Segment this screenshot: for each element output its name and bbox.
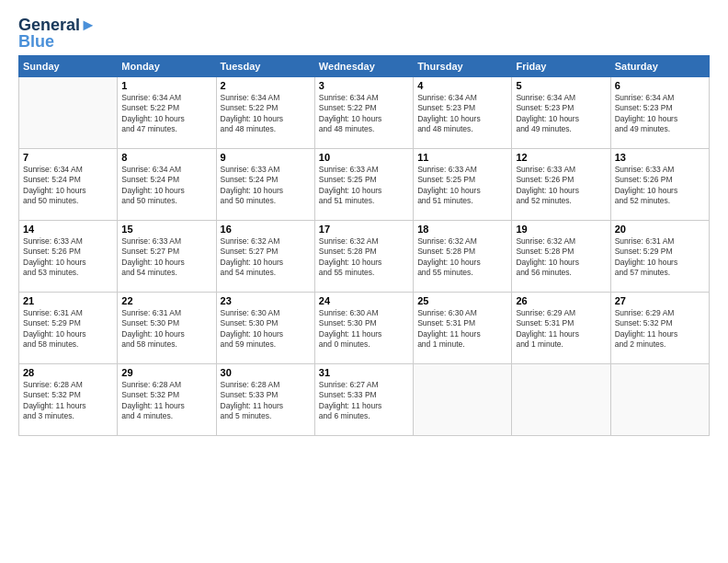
calendar-cell: 15Sunrise: 6:33 AM Sunset: 5:27 PM Dayli… xyxy=(118,221,216,293)
day-info: Sunrise: 6:30 AM Sunset: 5:30 PM Dayligh… xyxy=(221,308,311,350)
weekday-header: Tuesday xyxy=(216,56,314,77)
calendar-cell xyxy=(414,364,512,436)
day-info: Sunrise: 6:31 AM Sunset: 5:29 PM Dayligh… xyxy=(615,236,705,279)
calendar-cell: 26Sunrise: 6:29 AM Sunset: 5:31 PM Dayli… xyxy=(512,293,610,364)
day-number: 14 xyxy=(23,224,113,235)
calendar-cell: 17Sunrise: 6:32 AM Sunset: 5:28 PM Dayli… xyxy=(314,221,413,293)
day-info: Sunrise: 6:34 AM Sunset: 5:22 PM Dayligh… xyxy=(121,93,211,135)
day-number: 10 xyxy=(319,152,409,163)
calendar-cell: 9Sunrise: 6:33 AM Sunset: 5:24 PM Daylig… xyxy=(216,149,314,221)
calendar-cell: 23Sunrise: 6:30 AM Sunset: 5:30 PM Dayli… xyxy=(216,293,314,364)
calendar-cell: 13Sunrise: 6:33 AM Sunset: 5:26 PM Dayli… xyxy=(610,149,709,221)
calendar-cell: 20Sunrise: 6:31 AM Sunset: 5:29 PM Dayli… xyxy=(610,221,709,293)
day-number: 11 xyxy=(417,152,507,163)
day-info: Sunrise: 6:33 AM Sunset: 5:26 PM Dayligh… xyxy=(23,236,113,279)
calendar-cell: 12Sunrise: 6:33 AM Sunset: 5:26 PM Dayli… xyxy=(512,149,610,221)
calendar-cell: 29Sunrise: 6:28 AM Sunset: 5:32 PM Dayli… xyxy=(118,364,216,436)
day-number: 8 xyxy=(121,152,211,163)
day-info: Sunrise: 6:33 AM Sunset: 5:26 PM Dayligh… xyxy=(615,165,705,207)
day-number: 25 xyxy=(417,295,507,306)
calendar-cell: 14Sunrise: 6:33 AM Sunset: 5:26 PM Dayli… xyxy=(19,221,118,293)
calendar-cell: 10Sunrise: 6:33 AM Sunset: 5:25 PM Dayli… xyxy=(314,149,413,221)
day-number: 9 xyxy=(221,152,311,163)
day-info: Sunrise: 6:32 AM Sunset: 5:28 PM Dayligh… xyxy=(417,236,507,279)
calendar-cell: 22Sunrise: 6:31 AM Sunset: 5:30 PM Dayli… xyxy=(118,293,216,364)
day-number: 17 xyxy=(319,224,409,235)
day-number: 26 xyxy=(516,295,606,306)
day-info: Sunrise: 6:28 AM Sunset: 5:32 PM Dayligh… xyxy=(121,380,211,422)
calendar-cell: 18Sunrise: 6:32 AM Sunset: 5:28 PM Dayli… xyxy=(414,221,512,293)
day-info: Sunrise: 6:33 AM Sunset: 5:26 PM Dayligh… xyxy=(516,165,606,207)
day-info: Sunrise: 6:34 AM Sunset: 5:23 PM Dayligh… xyxy=(615,93,705,135)
calendar-cell: 28Sunrise: 6:28 AM Sunset: 5:32 PM Dayli… xyxy=(19,364,118,436)
day-number: 23 xyxy=(221,295,311,306)
weekday-header: Sunday xyxy=(19,56,118,77)
day-info: Sunrise: 6:31 AM Sunset: 5:29 PM Dayligh… xyxy=(23,308,113,350)
day-number: 4 xyxy=(417,80,507,91)
day-info: Sunrise: 6:32 AM Sunset: 5:28 PM Dayligh… xyxy=(516,236,606,279)
calendar-cell: 5Sunrise: 6:34 AM Sunset: 5:23 PM Daylig… xyxy=(512,77,610,149)
day-number: 22 xyxy=(121,295,211,306)
day-number: 2 xyxy=(221,80,311,91)
calendar-cell xyxy=(19,77,118,149)
calendar-cell: 21Sunrise: 6:31 AM Sunset: 5:29 PM Dayli… xyxy=(19,293,118,364)
day-number: 20 xyxy=(615,224,705,235)
day-info: Sunrise: 6:33 AM Sunset: 5:27 PM Dayligh… xyxy=(121,236,211,279)
weekday-header: Thursday xyxy=(414,56,512,77)
day-number: 18 xyxy=(417,224,507,235)
day-info: Sunrise: 6:34 AM Sunset: 5:22 PM Dayligh… xyxy=(319,93,409,135)
day-info: Sunrise: 6:34 AM Sunset: 5:24 PM Dayligh… xyxy=(23,165,113,207)
day-number: 12 xyxy=(516,152,606,163)
day-info: Sunrise: 6:33 AM Sunset: 5:25 PM Dayligh… xyxy=(319,165,409,207)
day-info: Sunrise: 6:34 AM Sunset: 5:24 PM Dayligh… xyxy=(121,165,211,207)
weekday-header: Friday xyxy=(512,56,610,77)
day-info: Sunrise: 6:30 AM Sunset: 5:31 PM Dayligh… xyxy=(417,308,507,350)
day-info: Sunrise: 6:29 AM Sunset: 5:31 PM Dayligh… xyxy=(516,308,606,350)
calendar-cell: 19Sunrise: 6:32 AM Sunset: 5:28 PM Dayli… xyxy=(512,221,610,293)
day-number: 28 xyxy=(23,367,113,378)
day-info: Sunrise: 6:30 AM Sunset: 5:30 PM Dayligh… xyxy=(319,308,409,350)
day-info: Sunrise: 6:31 AM Sunset: 5:30 PM Dayligh… xyxy=(121,308,211,350)
day-info: Sunrise: 6:28 AM Sunset: 5:33 PM Dayligh… xyxy=(221,380,311,422)
day-info: Sunrise: 6:33 AM Sunset: 5:24 PM Dayligh… xyxy=(221,165,311,207)
day-number: 19 xyxy=(516,224,606,235)
day-number: 27 xyxy=(615,295,705,306)
day-number: 29 xyxy=(121,367,211,378)
day-info: Sunrise: 6:32 AM Sunset: 5:28 PM Dayligh… xyxy=(319,236,409,279)
calendar-cell: 4Sunrise: 6:34 AM Sunset: 5:23 PM Daylig… xyxy=(414,77,512,149)
day-number: 13 xyxy=(615,152,705,163)
day-number: 30 xyxy=(221,367,311,378)
calendar-cell: 8Sunrise: 6:34 AM Sunset: 5:24 PM Daylig… xyxy=(118,149,216,221)
calendar-cell: 3Sunrise: 6:34 AM Sunset: 5:22 PM Daylig… xyxy=(314,77,413,149)
calendar-cell: 7Sunrise: 6:34 AM Sunset: 5:24 PM Daylig… xyxy=(19,149,118,221)
calendar: SundayMondayTuesdayWednesdayThursdayFrid… xyxy=(18,55,710,436)
calendar-cell: 2Sunrise: 6:34 AM Sunset: 5:22 PM Daylig… xyxy=(216,77,314,149)
day-number: 21 xyxy=(23,295,113,306)
calendar-cell: 16Sunrise: 6:32 AM Sunset: 5:27 PM Dayli… xyxy=(216,221,314,293)
day-number: 5 xyxy=(516,80,606,91)
weekday-header: Monday xyxy=(118,56,216,77)
calendar-cell: 6Sunrise: 6:34 AM Sunset: 5:23 PM Daylig… xyxy=(610,77,709,149)
day-number: 31 xyxy=(319,367,409,378)
day-number: 6 xyxy=(615,80,705,91)
weekday-header: Wednesday xyxy=(314,56,413,77)
calendar-cell: 1Sunrise: 6:34 AM Sunset: 5:22 PM Daylig… xyxy=(118,77,216,149)
day-info: Sunrise: 6:34 AM Sunset: 5:23 PM Dayligh… xyxy=(417,93,507,135)
calendar-cell: 25Sunrise: 6:30 AM Sunset: 5:31 PM Dayli… xyxy=(414,293,512,364)
day-info: Sunrise: 6:34 AM Sunset: 5:22 PM Dayligh… xyxy=(221,93,311,135)
calendar-cell xyxy=(610,364,709,436)
day-info: Sunrise: 6:27 AM Sunset: 5:33 PM Dayligh… xyxy=(319,380,409,422)
calendar-cell: 31Sunrise: 6:27 AM Sunset: 5:33 PM Dayli… xyxy=(314,364,413,436)
day-info: Sunrise: 6:28 AM Sunset: 5:32 PM Dayligh… xyxy=(23,380,113,422)
calendar-cell: 24Sunrise: 6:30 AM Sunset: 5:30 PM Dayli… xyxy=(314,293,413,364)
calendar-cell xyxy=(512,364,610,436)
weekday-header: Saturday xyxy=(610,56,709,77)
day-number: 16 xyxy=(221,224,311,235)
calendar-cell: 11Sunrise: 6:33 AM Sunset: 5:25 PM Dayli… xyxy=(414,149,512,221)
day-info: Sunrise: 6:33 AM Sunset: 5:25 PM Dayligh… xyxy=(417,165,507,207)
day-info: Sunrise: 6:32 AM Sunset: 5:27 PM Dayligh… xyxy=(221,236,311,279)
day-info: Sunrise: 6:34 AM Sunset: 5:23 PM Dayligh… xyxy=(516,93,606,135)
day-info: Sunrise: 6:29 AM Sunset: 5:32 PM Dayligh… xyxy=(615,308,705,350)
day-number: 7 xyxy=(23,152,113,163)
calendar-cell: 30Sunrise: 6:28 AM Sunset: 5:33 PM Dayli… xyxy=(216,364,314,436)
